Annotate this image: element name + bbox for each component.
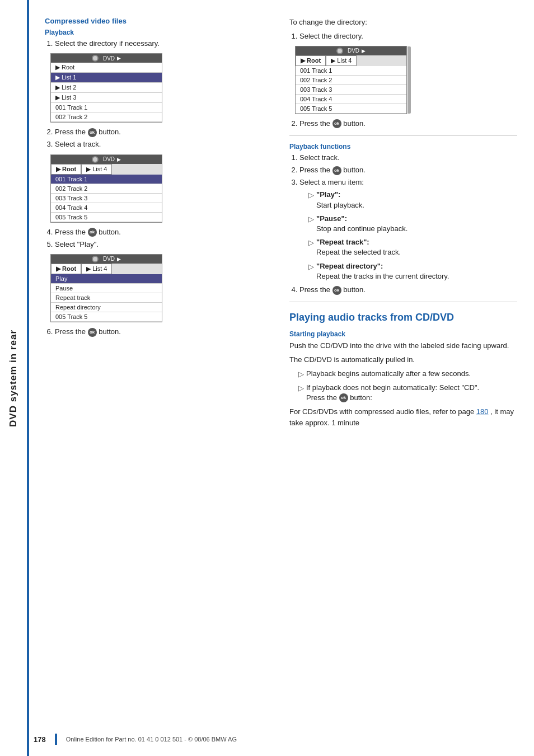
disc-icon-1 — [92, 55, 99, 62]
ui2-row-3: 003 Track 3 — [51, 194, 162, 203]
cd-step-1: Select the directory. — [299, 31, 517, 41]
playback-steps-4: Press the ok button. — [45, 327, 273, 337]
ok-icon-5: ok — [332, 166, 341, 175]
page-link[interactable]: 180 — [476, 407, 489, 416]
section-divider-1 — [289, 135, 517, 136]
ui4-nav-root[interactable]: ▶ Root — [296, 55, 326, 66]
left-border — [27, 0, 29, 756]
ui3-nav: ▶ Root ▶ List 4 — [51, 264, 162, 274]
ui1-arrow-right: ▶ — [117, 55, 121, 61]
arrow-bullet-2: ▷ — [298, 383, 304, 393]
ui4-row-1: 001 Track 1 — [296, 66, 406, 76]
change-dir-steps: Select the directory. — [289, 31, 517, 41]
ui2-nav: ▶ Root ▶ List 4 — [51, 164, 162, 175]
footer-line — [55, 734, 57, 745]
ui1-row-6: 002 Track 2 — [51, 112, 162, 122]
ui4-nav-list4[interactable]: ▶ List 4 — [326, 55, 357, 66]
starting-playback-para2: The CD/DVD is automatically pulled in. — [289, 354, 517, 365]
arrow-repeat-dir: ▷ — [308, 262, 314, 272]
bullet-2: ▷ If playback does not begin automatical… — [298, 383, 517, 403]
change-dir-intro: To change the directory: — [289, 17, 517, 28]
right-column: To change the directory: Select the dire… — [289, 17, 517, 431]
ui2-row-2: 002 Track 2 — [51, 184, 162, 194]
ui2-arrow-right: ▶ — [117, 157, 121, 162]
ui3-row-track5: 005 Track 5 — [51, 312, 162, 322]
ui4-row-3: 003 Track 3 — [296, 85, 406, 95]
disc-icon-2 — [92, 156, 99, 163]
starting-playback-bullets: ▷ Playback begins automatically after a … — [289, 369, 517, 403]
ui3-row-repeat-dir: Repeat directory — [51, 303, 162, 312]
menu-item-repeat-dir: ▷ "Repeat directory":Repeat the tracks i… — [308, 261, 517, 281]
step-4: Press the ok button. — [55, 227, 273, 237]
starting-playback-para1: Push the CD/DVD into the drive with the … — [289, 340, 517, 351]
ui1-row-1: ▶ Root — [51, 63, 162, 73]
disc-icon-4 — [336, 48, 343, 54]
ui2-dvd-label: DVD — [103, 156, 115, 162]
playback-subtitle: Playback — [45, 29, 273, 36]
ok-icon-2: ok — [88, 228, 97, 237]
ui2-nav-list4[interactable]: ▶ List 4 — [81, 164, 112, 175]
ui3-arrow-right: ▶ — [117, 256, 121, 262]
section-divider-2 — [289, 302, 517, 302]
arrow-play: ▷ — [308, 190, 314, 200]
ui4-row-5: 005 Track 5 — [296, 104, 406, 114]
footer-para: For CDs/DVDs with compressed audio files… — [289, 406, 517, 428]
playback-steps: Select the directory if necessary. — [45, 39, 273, 49]
left-column: Compressed video files Playback Select t… — [45, 17, 273, 431]
ui1-dvd-label: DVD — [103, 55, 115, 62]
ui3-nav-list4[interactable]: ▶ List 4 — [81, 264, 112, 274]
ui3-row-play: Play — [51, 274, 162, 284]
ui1-row-4: ▶ List 3 — [51, 93, 162, 103]
step-2: Press the ok button. — [55, 127, 273, 137]
bullet-2-content: If playback does not begin automatically… — [306, 383, 479, 403]
big-heading: Playing audio tracks from CD/DVD — [289, 311, 517, 324]
step-3: Select a track. — [55, 139, 273, 149]
ui4-row-4: 004 Track 4 — [296, 95, 406, 104]
sidebar: DVD system in rear — [0, 0, 27, 756]
footer-copyright: Online Edition for Part no. 01 41 0 012 … — [66, 736, 237, 743]
ui1-row-3: ▶ List 2 — [51, 83, 162, 93]
ok-icon-4: ok — [332, 119, 341, 128]
ui2-row-5: 005 Track 5 — [51, 213, 162, 222]
ui3-row-repeat-track: Repeat track — [51, 293, 162, 303]
ok-icon-6: ok — [332, 286, 341, 295]
pf-step-2: Press the ok button. — [299, 165, 517, 175]
menu-items-list: ▷ "Play":Start playback. ▷ "Pause":Stop … — [299, 190, 517, 281]
ok-icon-3: ok — [88, 328, 97, 337]
step-5: Select "Play". — [55, 240, 273, 250]
playback-steps-2: Press the ok button. Select a track. — [45, 127, 273, 149]
sidebar-label: DVD system in rear — [8, 330, 19, 427]
ui4-nav: ▶ Root ▶ List 4 — [296, 55, 406, 66]
starting-playback-title: Starting playback — [289, 330, 517, 338]
ui3-nav-root[interactable]: ▶ Root — [51, 264, 81, 274]
ui1-row-2: ▶ List 1 — [51, 73, 162, 83]
pf-steps: Select track. Press the ok button. Selec… — [289, 153, 517, 295]
arrow-repeat-track: ▷ — [308, 238, 314, 248]
menu-item-repeat-track: ▷ "Repeat track":Repeat the selected tra… — [308, 237, 517, 257]
ui4-header: DVD ▶ — [296, 46, 406, 55]
ui-screenshot-3: DVD ▶ ▶ Root ▶ List 4 Play Pause Repeat … — [50, 254, 162, 322]
ui2-row-1: 001 Track 1 — [51, 175, 162, 184]
menu-item-play: ▷ "Play":Start playback. — [308, 190, 517, 210]
ui2-nav-root[interactable]: ▶ Root — [51, 164, 81, 175]
pf-step-1: Select track. — [299, 153, 517, 163]
step-6: Press the ok button. — [55, 327, 273, 337]
ui3-dvd-label: DVD — [103, 256, 115, 262]
ui4-arrow-right: ▶ — [362, 48, 366, 54]
ui-screenshot-2: DVD ▶ ▶ Root ▶ List 4 001 Track 1 002 Tr… — [50, 154, 162, 223]
ui-screenshot-4: DVD ▶ ▶ Root ▶ List 4 001 Track 1 002 Tr… — [295, 46, 407, 114]
arrow-bullet-1: ▷ — [298, 369, 304, 379]
change-dir-steps-2: Press the ok button. — [289, 119, 517, 129]
playback-steps-3: Press the ok button. Select "Play". — [45, 227, 273, 250]
ui1-row-5: 001 Track 1 — [51, 103, 162, 112]
compressed-video-title: Compressed video files — [45, 17, 273, 25]
bullet-1-text: Playback begins automatically after a fe… — [306, 369, 471, 379]
page-footer: 178 Online Edition for Part no. 01 41 0 … — [34, 734, 517, 745]
bullet-1: ▷ Playback begins automatically after a … — [298, 369, 517, 379]
ui2-row-4: 004 Track 4 — [51, 203, 162, 213]
pf-step-4: Press the ok button. — [299, 285, 517, 295]
playback-functions-title: Playback functions — [289, 143, 517, 151]
ui4-row-2: 002 Track 2 — [296, 76, 406, 85]
cd-step-2: Press the ok button. — [299, 119, 517, 129]
step-1: Select the directory if necessary. — [55, 39, 273, 49]
